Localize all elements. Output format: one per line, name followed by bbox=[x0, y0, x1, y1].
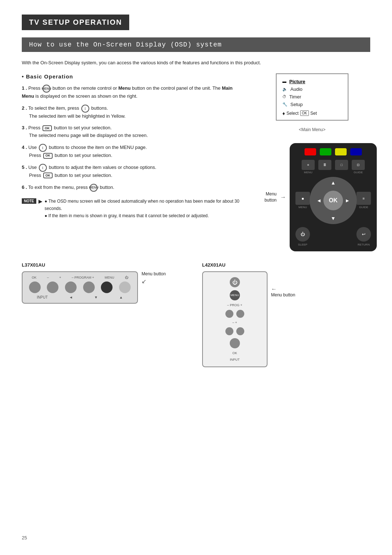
l42-prog-minus-btn[interactable] bbox=[225, 310, 233, 318]
left-column: • Basic Operation 1 . Press MENU button … bbox=[22, 73, 240, 251]
return-btn-group: ↩ RETURN bbox=[356, 227, 371, 246]
osd-menu-item-audio: 🔈 Audio bbox=[282, 85, 342, 93]
l37-menu-btn[interactable] bbox=[101, 281, 113, 293]
menu-func-btn-group: ≡ MENU bbox=[302, 160, 315, 174]
l37-ok-btn[interactable] bbox=[29, 281, 41, 293]
ok-btn-step5: OK bbox=[43, 173, 53, 178]
step-2: 2 . To select the item, press ↕ buttons.… bbox=[22, 105, 240, 120]
page-title: TV SETUP OPERATION bbox=[22, 15, 129, 30]
note-label: NOTE bbox=[22, 198, 36, 204]
green-button[interactable] bbox=[320, 148, 331, 155]
nav-up-arrow[interactable]: ▲ bbox=[331, 180, 336, 186]
guide-square-btn[interactable]: ≡ bbox=[356, 192, 371, 205]
l42-menu-btn[interactable]: MENU bbox=[230, 290, 240, 300]
updown-btn-step2: ↕ bbox=[81, 105, 89, 113]
bottom-panels: L37X01AU OK – + – PROGRAM + MENU ⏻ bbox=[22, 262, 370, 367]
guide-func-btn-group: ⊡ GUIDE bbox=[352, 160, 365, 174]
updown-btn-step5: ↕ bbox=[39, 164, 47, 172]
intro-text: With the On-Screen Display system, you c… bbox=[22, 59, 370, 67]
func-btn2-group: ≣ bbox=[318, 160, 331, 174]
l42-ok-label: OK bbox=[232, 351, 237, 355]
step-6: 6 . To exit from the menu, press MENU bu… bbox=[22, 184, 240, 192]
menu-square-btn[interactable]: ■ bbox=[295, 192, 310, 205]
l37-plus-btn[interactable] bbox=[65, 281, 77, 293]
right-column: ▬ Picture 🔈 Audio ⏱ Timer 🔧 Setup ♦ Sele… bbox=[254, 73, 370, 251]
main-menu-label: <Main Menu> bbox=[299, 127, 325, 132]
l42-vol-btns bbox=[225, 327, 244, 335]
title-bar: TV SETUP OPERATION bbox=[22, 15, 370, 37]
l42-input-label: INPUT bbox=[230, 358, 240, 361]
steps-list: 1 . Press MENU button on the remote cont… bbox=[22, 85, 240, 192]
step-4: 4 . Use ↕ buttons to choose the item on … bbox=[22, 144, 240, 159]
sleep-btn-group: ⏻ SLEEP bbox=[295, 227, 310, 246]
l42-label: L42X01AU bbox=[202, 262, 225, 268]
func-btn-2[interactable]: ≣ bbox=[318, 160, 331, 170]
menu-button-label: Menubutton bbox=[248, 191, 277, 203]
osd-select-row: ♦ Select OK Set bbox=[282, 110, 342, 116]
menu-icon-step6: MENU bbox=[90, 184, 98, 192]
return-button[interactable]: ↩ bbox=[356, 227, 371, 242]
nav-left-arrow[interactable]: ◄ bbox=[317, 198, 322, 203]
note-box: NOTE ▶ ● The OSD menu screen will be clo… bbox=[22, 198, 240, 220]
menu-func-btn[interactable]: ≡ bbox=[302, 160, 315, 170]
osd-menu-item-setup: 🔧 Setup bbox=[282, 101, 342, 108]
remote-box: ≡ MENU ≣ □ ⊡ GUIDE bbox=[290, 143, 377, 251]
l37-button-row bbox=[28, 281, 132, 293]
sleep-return-row: ⏻ SLEEP ↩ RETURN bbox=[295, 227, 371, 246]
l37-power-btn[interactable] bbox=[119, 281, 131, 293]
note-arrow-icon: ▶ bbox=[38, 198, 42, 204]
note-content: ● The OSD menu screen will be closed aut… bbox=[45, 198, 240, 220]
section-header: • Basic Operation bbox=[22, 73, 240, 80]
nav-down-arrow[interactable]: ▼ bbox=[331, 215, 336, 221]
l42-prog-btns bbox=[225, 310, 244, 318]
ok-btn-step3: OK bbox=[42, 125, 52, 131]
menu-icon-step1: MENU bbox=[42, 85, 50, 93]
l37-control-panel: OK – + – PROGRAM + MENU ⏻ INPUT bbox=[22, 271, 138, 304]
l42-vol-plus-btn[interactable] bbox=[236, 327, 244, 335]
step-5: 5 . Use ↕ buttons to adjust the item val… bbox=[22, 164, 240, 179]
nav-row: ■ MENU OK ▲ ▼ ◄ ► bbox=[295, 177, 371, 224]
l42-control-panel: ⏻ MENU – PROG + – + bbox=[202, 271, 268, 367]
l37-top-labels: OK – + – PROGRAM + MENU ⏻ bbox=[28, 276, 132, 279]
l37-menu-btn-annotation: Menu button ↙ bbox=[142, 271, 166, 285]
function-buttons-row: ≡ MENU ≣ □ ⊡ GUIDE bbox=[302, 160, 365, 174]
osd-menu-item-timer: ⏱ Timer bbox=[282, 93, 342, 101]
blue-button[interactable] bbox=[350, 148, 362, 155]
remote-control-area: Menubutton → ≡ MENU bbox=[248, 143, 377, 251]
osd-menu-box: ▬ Picture 🔈 Audio ⏱ Timer 🔧 Setup ♦ Sele… bbox=[276, 73, 348, 121]
color-buttons-row bbox=[305, 148, 362, 155]
nav-cluster: OK ▲ ▼ ◄ ► bbox=[314, 177, 353, 224]
l37-prog-minus-btn[interactable] bbox=[83, 281, 95, 293]
step-3: 3 . Press OK button to set your selectio… bbox=[22, 124, 240, 139]
menu-button-arrow-icon: → bbox=[280, 194, 286, 200]
func-btn-3[interactable]: □ bbox=[335, 160, 348, 170]
yellow-button[interactable] bbox=[335, 148, 347, 155]
l42-power-btn[interactable]: ⏻ bbox=[230, 277, 240, 287]
l42-panel-section: L42X01AU ⏻ MENU – PROG + – + bbox=[202, 262, 295, 367]
l42-ok-btn[interactable] bbox=[230, 338, 240, 348]
menu-square-btn-group: ■ MENU bbox=[295, 192, 310, 209]
page-number: 25 bbox=[22, 535, 27, 540]
updown-btn-step4: ↕ bbox=[39, 144, 47, 152]
guide-func-btn[interactable]: ⊡ bbox=[352, 160, 365, 170]
subtitle-bar: How to use the On-Screen Display (OSD) s… bbox=[22, 37, 370, 52]
l42-prog-plus-btn[interactable] bbox=[236, 310, 244, 318]
l42-vol-label: – + bbox=[232, 321, 237, 324]
l37-panel-section: L37X01AU OK – + – PROGRAM + MENU ⏻ bbox=[22, 262, 166, 304]
sleep-button[interactable]: ⏻ bbox=[295, 227, 310, 242]
l37-nav-labels: INPUT ◄ ▼ ▲ bbox=[28, 295, 132, 299]
ok-center-button[interactable]: OK bbox=[323, 191, 343, 210]
red-button[interactable] bbox=[305, 148, 316, 155]
l37-label: L37X01AU bbox=[22, 262, 45, 268]
guide-square-btn-group: ≡ GUIDE bbox=[356, 192, 371, 209]
l42-vol-minus-btn[interactable] bbox=[225, 327, 233, 335]
step-1: 1 . Press MENU button on the remote cont… bbox=[22, 85, 240, 100]
ok-btn-step4: OK bbox=[43, 153, 53, 159]
osd-menu-item-picture: ▬ Picture bbox=[282, 78, 342, 85]
func-btn3-group: □ bbox=[335, 160, 348, 174]
l42-menu-btn-annotation: ← Menu button bbox=[271, 286, 295, 297]
l37-minus-btn[interactable] bbox=[47, 281, 58, 293]
nav-right-arrow[interactable]: ► bbox=[345, 198, 350, 203]
l42-prog-label: – PROG + bbox=[227, 303, 242, 307]
